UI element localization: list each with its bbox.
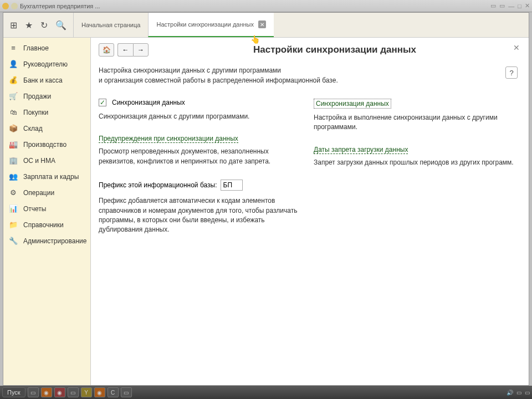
task-icon[interactable]: ▭ (121, 387, 132, 397)
sys-icon[interactable]: ▭ (490, 2, 496, 9)
system-tray: 🔊 ▭ ▭ (507, 390, 530, 396)
top-toolbar: ⊞ ★ ↻ 🔍 Начальная страница Настройки син… (3, 13, 529, 38)
sidebar-label: Склад (23, 125, 43, 132)
cart-icon: 🛒 (9, 92, 18, 100)
checkbox-label: Синхронизация данных (112, 99, 185, 106)
sidebar-item-warehouse[interactable]: 📦Склад (3, 120, 90, 136)
app-icon (2, 3, 9, 9)
sync-data-link[interactable]: Синхронизация данных (314, 99, 391, 109)
tab-sync-settings[interactable]: Настройки синхронизации данных ✕ (148, 13, 274, 37)
sidebar-label: Администрирование (23, 237, 86, 245)
sidebar-item-reports[interactable]: 📊Отчеты (3, 201, 90, 217)
tray-icon[interactable]: ▭ (525, 390, 530, 396)
dates-desc: Запрет загрузки данных прошлых периодов … (314, 158, 518, 167)
window-title: Бухгалтерия предприятия ... (20, 3, 100, 9)
sidebar-item-assets[interactable]: 🏢ОС и НМА (3, 152, 90, 168)
content-area: ✕ 🏠 ← → Настройки синхронизации данных Н… (91, 38, 529, 385)
task-icon[interactable]: ▭ (28, 387, 39, 397)
start-button[interactable]: Пуск (2, 387, 25, 397)
sidebar-item-bank[interactable]: 💰Банк и касса (3, 72, 90, 88)
folder-icon: 📁 (9, 221, 18, 229)
search-icon[interactable]: 🔍 (55, 20, 66, 30)
building-icon: 🏢 (9, 156, 18, 165)
sidebar-item-catalogs[interactable]: 📁Справочники (3, 217, 90, 233)
chart-icon: 📊 (9, 204, 18, 213)
sidebar-label: Справочники (23, 221, 64, 229)
warnings-desc: Просмотр непроведенных документов, незап… (99, 147, 303, 166)
user-icon: 👤 (9, 60, 18, 68)
home-button[interactable]: 🏠 (99, 43, 114, 57)
sys-close-icon[interactable]: ✕ (525, 2, 530, 9)
sidebar-item-main[interactable]: ≡Главное (3, 40, 90, 56)
sys-min-icon[interactable]: — (508, 3, 514, 9)
sidebar-item-sales[interactable]: 🛒Продажи (3, 88, 90, 104)
sidebar-label: Производство (23, 141, 66, 149)
tab-label: Начальная страница (81, 22, 140, 28)
sidebar-item-operations[interactable]: ⚙Операции (3, 185, 90, 201)
prefix-desc: Префикс добавляется автоматически к кода… (99, 196, 303, 235)
bag-icon: 🛍 (9, 108, 18, 116)
menu-icon: ≡ (9, 44, 18, 52)
sidebar-item-admin[interactable]: 🔧Администрирование (3, 233, 90, 249)
sync-checkbox[interactable]: ✓ (99, 99, 106, 106)
tab-home[interactable]: Начальная страница (73, 13, 148, 37)
gear-icon: ⚙ (9, 188, 18, 197)
prefix-label: Префикс этой информационной базы: (99, 181, 217, 189)
history-icon[interactable]: ↻ (40, 20, 48, 30)
tab-close-icon[interactable]: ✕ (258, 21, 266, 28)
sidebar-item-purchases[interactable]: 🛍Покупки (3, 104, 90, 120)
factory-icon: 🏭 (9, 140, 18, 149)
box-icon: 📦 (9, 124, 18, 132)
back-button[interactable]: ← (117, 43, 133, 57)
task-icon[interactable]: ◉ (41, 387, 52, 397)
sidebar-label: Главное (23, 44, 49, 52)
tab-label: Настройки синхронизации данных (156, 21, 254, 28)
sidebar-item-manager[interactable]: 👤Руководителю (3, 56, 90, 72)
task-icon[interactable]: ◉ (94, 387, 105, 397)
sidebar-item-production[interactable]: 🏭Производство (3, 136, 90, 152)
task-icon[interactable]: ◉ (54, 387, 65, 397)
page-description: Настройка синхронизации данных с другими… (99, 65, 518, 85)
sidebar-label: Зарплата и кадры (23, 173, 79, 181)
window-titlebar: Бухгалтерия предприятия ... ▭ ▭ — □ ✕ (0, 0, 532, 12)
tray-icon[interactable]: ▭ (516, 390, 521, 396)
task-icon[interactable]: Y (81, 387, 92, 397)
people-icon: 👥 (9, 172, 18, 181)
help-button[interactable]: ? (505, 66, 518, 79)
sidebar-label: ОС и НМА (23, 157, 55, 165)
sync-right-desc: Настройка и выполнение синхронизации дан… (314, 113, 518, 132)
apps-icon[interactable]: ⊞ (10, 20, 17, 30)
app-icon-2 (11, 3, 18, 9)
dates-link[interactable]: Даты запрета загрузки данных (314, 146, 408, 154)
sidebar-label: Операции (23, 189, 54, 197)
tray-icon[interactable]: 🔊 (507, 390, 513, 396)
sidebar-item-payroll[interactable]: 👥Зарплата и кадры (3, 168, 90, 185)
warnings-link[interactable]: Предупреждения при синхронизации данных (99, 135, 238, 143)
sidebar-label: Банк и касса (23, 76, 63, 84)
sidebar-label: Отчеты (23, 205, 46, 213)
sys-max-icon[interactable]: □ (518, 3, 521, 9)
sync-desc: Синхронизация данных с другими программа… (99, 112, 303, 121)
star-icon[interactable]: ★ (25, 20, 33, 30)
sidebar-label: Руководителю (23, 60, 68, 68)
sidebar-label: Продажи (23, 93, 51, 100)
sys-icon[interactable]: ▭ (499, 2, 505, 9)
money-icon: 💰 (9, 76, 18, 84)
task-icon[interactable]: ▭ (68, 387, 79, 397)
prefix-input[interactable] (221, 180, 243, 191)
close-icon[interactable]: ✕ (513, 43, 520, 52)
taskbar: Пуск ▭ ◉ ◉ ▭ Y ◉ C ▭ 🔊 ▭ ▭ (0, 386, 532, 399)
wrench-icon: 🔧 (9, 237, 18, 245)
task-icon[interactable]: C (108, 387, 119, 397)
forward-button[interactable]: → (133, 43, 149, 57)
page-title: Настройки синхронизации данных (152, 44, 518, 55)
sidebar: ≡Главное 👤Руководителю 💰Банк и касса 🛒Пр… (3, 38, 91, 385)
sidebar-label: Покупки (23, 109, 48, 116)
